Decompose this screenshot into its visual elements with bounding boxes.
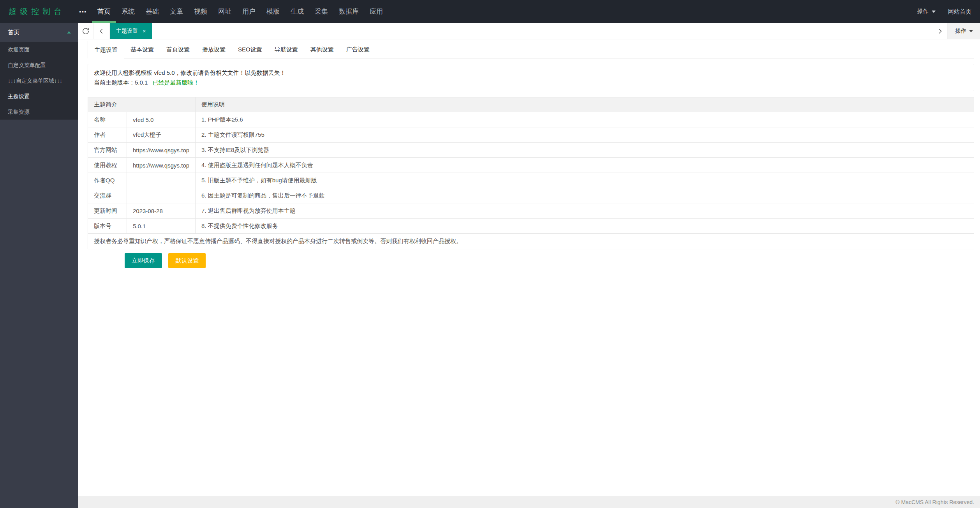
table-header-row: 主题简介 使用说明: [88, 97, 974, 112]
row-label: 版本号: [88, 219, 127, 234]
top-nav-item-database[interactable]: 数据库: [333, 0, 364, 23]
chevron-down-icon: [969, 30, 973, 32]
chevron-right-icon: [936, 28, 943, 35]
topbar: 超级控制台 ⋯ 首页 系统 基础 文章 视频 网址 用户 模版 生成 采集 数据…: [0, 0, 980, 23]
theme-info-table: 主题简介 使用说明 名称 vfed 5.0 1. PHP版本≥5.6 作者 vf…: [88, 97, 974, 249]
table-row: 作者QQ 5. 旧版主题不予维护，如有bug请使用最新版: [88, 173, 974, 188]
notice-line-2: 当前主题版本：5.0.1 已经是最新版啦！: [94, 78, 968, 87]
table-row: 版本号 5.0.1 8. 不提供免费个性化修改服务: [88, 219, 974, 234]
row-note: 8. 不提供免费个性化修改服务: [196, 219, 974, 234]
refresh-button[interactable]: [78, 23, 94, 39]
save-button[interactable]: 立即保存: [125, 253, 162, 268]
app-logo: 超级控制台: [0, 6, 74, 17]
row-note: 1. PHP版本≥5.6: [196, 112, 974, 127]
default-settings-button[interactable]: 默认设置: [168, 253, 206, 268]
topbar-action-dropdown[interactable]: 操作: [910, 0, 943, 23]
sidebar: 首页 欢迎页面 自定义菜单配置 ↓↓↓自定义菜单区域↓↓↓ 主题设置 采集资源: [0, 23, 78, 508]
copyright-text: © MacCMS All Rights Reserved.: [895, 499, 974, 505]
row-label: 更新时间: [88, 203, 127, 219]
top-nav-item-collect[interactable]: 采集: [309, 0, 333, 23]
tab-ad-settings[interactable]: 广告设置: [340, 41, 376, 58]
table-row: 使用教程 https://www.qsgys.top 4. 使用盗版主题遇到任何…: [88, 158, 974, 173]
row-note: 3. 不支持IE8及以下浏览器: [196, 143, 974, 158]
table-row: 官方网站 https://www.qsgys.top 3. 不支持IE8及以下浏…: [88, 143, 974, 158]
sidebar-item-collect-res[interactable]: 采集资源: [0, 104, 78, 120]
tab-seo-settings[interactable]: SEO设置: [232, 41, 268, 58]
sidebar-item-custom-menu[interactable]: 自定义菜单配置: [0, 57, 78, 73]
table-row: 交流群 6. 因主题是可复制的商品，售出后一律不予退款: [88, 188, 974, 203]
tab-homepage-settings[interactable]: 首页设置: [160, 41, 196, 58]
table-header-intro: 主题简介: [88, 97, 196, 112]
row-value: vfed 5.0: [127, 112, 196, 127]
topbar-right-group: 操作 网站首页: [910, 0, 980, 23]
top-nav-item-system[interactable]: 系统: [116, 0, 140, 23]
topbar-action-label: 操作: [917, 8, 929, 15]
top-nav-item-generate[interactable]: 生成: [285, 0, 309, 23]
row-value: vfed大橙子: [127, 127, 196, 143]
open-tab-theme-settings[interactable]: 主题设置 ×: [110, 23, 152, 39]
row-value: [127, 173, 196, 188]
refresh-icon: [82, 28, 89, 35]
chevron-left-icon: [98, 28, 105, 35]
tab-scroll-left-button[interactable]: [94, 23, 110, 39]
tab-scroll-right-button[interactable]: [932, 23, 948, 39]
table-row: 更新时间 2023-08-28 7. 退出售后群即视为放弃使用本主题: [88, 203, 974, 219]
sidebar-item-theme-settings[interactable]: 主题设置: [0, 88, 78, 104]
notice-version-text: 当前主题版本：5.0.1: [94, 79, 148, 86]
close-icon[interactable]: ×: [143, 28, 146, 34]
sidebar-item-custom-area[interactable]: ↓↓↓自定义菜单区域↓↓↓: [0, 73, 78, 88]
row-note: 2. 主题文件读写权限755: [196, 127, 974, 143]
sidebar-group-home[interactable]: 首页: [0, 23, 78, 42]
row-label: 交流群: [88, 188, 127, 203]
notice-box: 欢迎使用大橙影视模板 vfed 5.0，修改前请备份相关文件！以免数据丢失！ 当…: [88, 64, 974, 91]
tab-play-settings[interactable]: 播放设置: [196, 41, 232, 58]
table-row: 作者 vfed大橙子 2. 主题文件读写权限755: [88, 127, 974, 143]
ellipsis-menu-icon[interactable]: ⋯: [74, 7, 92, 16]
chevron-up-icon: [67, 31, 71, 34]
tab-other-settings[interactable]: 其他设置: [304, 41, 340, 58]
sidebar-menu: 欢迎页面 自定义菜单配置 ↓↓↓自定义菜单区域↓↓↓ 主题设置 采集资源: [0, 42, 78, 120]
table-header-instructions: 使用说明: [196, 97, 974, 112]
row-note: 6. 因主题是可复制的商品，售出后一律不予退款: [196, 188, 974, 203]
settings-tabs: 主题设置 基本设置 首页设置 播放设置 SEO设置 导航设置 其他设置 广告设置: [88, 41, 974, 58]
top-nav-item-basic[interactable]: 基础: [140, 0, 164, 23]
license-note: 授权者务必尊重知识产权，严格保证不恶意传播产品源码、不得直接对授权的产品本身进行…: [88, 234, 974, 249]
tab-basic-settings[interactable]: 基本设置: [124, 41, 160, 58]
sidebar-item-welcome[interactable]: 欢迎页面: [0, 42, 78, 57]
top-nav-item-app[interactable]: 应用: [364, 0, 388, 23]
top-nav-item-home[interactable]: 首页: [92, 0, 116, 23]
open-tab-label: 主题设置: [116, 28, 138, 35]
table-row: 名称 vfed 5.0 1. PHP版本≥5.6: [88, 112, 974, 127]
row-value: 2023-08-28: [127, 203, 196, 219]
row-value: [127, 188, 196, 203]
tab-strip-spacer: [152, 23, 932, 39]
row-value: https://www.qsgys.top: [127, 158, 196, 173]
row-label: 使用教程: [88, 158, 127, 173]
page-footer: © MacCMS All Rights Reserved.: [78, 496, 980, 508]
top-nav-item-template[interactable]: 模版: [261, 0, 285, 23]
top-nav-item-video[interactable]: 视频: [189, 0, 213, 23]
tab-theme-settings[interactable]: 主题设置: [88, 41, 124, 58]
top-nav-item-website[interactable]: 网址: [213, 0, 237, 23]
row-label: 作者: [88, 127, 127, 143]
row-label: 官方网站: [88, 143, 127, 158]
row-value: 5.0.1: [127, 219, 196, 234]
table-footer-row: 授权者务必尊重知识产权，严格保证不恶意传播产品源码、不得直接对授权的产品本身进行…: [88, 234, 974, 249]
row-note: 7. 退出售后群即视为放弃使用本主题: [196, 203, 974, 219]
main-content: 主题设置 基本设置 首页设置 播放设置 SEO设置 导航设置 其他设置 广告设置…: [78, 39, 980, 496]
top-nav-item-user[interactable]: 用户: [237, 0, 261, 23]
row-label: 作者QQ: [88, 173, 127, 188]
tab-strip: 主题设置 × 操作: [78, 23, 980, 39]
tab-actions-dropdown[interactable]: 操作: [948, 23, 980, 39]
row-note: 5. 旧版主题不予维护，如有bug请使用最新版: [196, 173, 974, 188]
form-actions: 立即保存 默认设置: [125, 253, 974, 268]
chevron-down-icon: [932, 11, 936, 13]
topbar-site-home-link[interactable]: 网站首页: [943, 0, 980, 23]
notice-line-1: 欢迎使用大橙影视模板 vfed 5.0，修改前请备份相关文件！以免数据丢失！: [94, 68, 968, 78]
top-nav: 首页 系统 基础 文章 视频 网址 用户 模版 生成 采集 数据库 应用: [92, 0, 388, 23]
row-note: 4. 使用盗版主题遇到任何问题本人概不负责: [196, 158, 974, 173]
row-value: https://www.qsgys.top: [127, 143, 196, 158]
tab-actions-label: 操作: [955, 28, 966, 35]
tab-nav-settings[interactable]: 导航设置: [268, 41, 304, 58]
top-nav-item-article[interactable]: 文章: [164, 0, 189, 23]
